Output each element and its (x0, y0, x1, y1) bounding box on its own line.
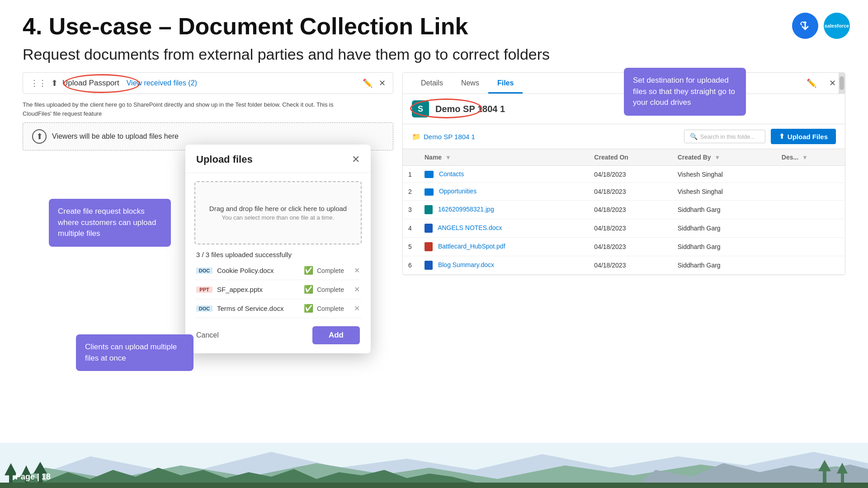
dialog-title: Upload files (196, 154, 253, 165)
file-status-text-2: Complete (317, 286, 349, 293)
logo-area: salesforce (792, 13, 850, 39)
tooltip-clients-upload: Clients can upload multiple files at onc… (76, 334, 193, 371)
tooltip-create-file-request: Create file request blocks where custome… (49, 199, 171, 247)
upload-files-label: Upload Files (788, 133, 828, 141)
file-status-icon-3: ✅ (304, 304, 313, 313)
files-toolbar: 📁 Demo SP 1804 1 🔍 Search in this folde.… (403, 124, 845, 149)
row-by-3: Siddharth Garg (672, 200, 776, 219)
file-link-5[interactable]: Battlecard_HubSpot.pdf (438, 242, 505, 249)
row-name-3: 1626209958321.jpg (419, 200, 589, 219)
row-name-1: Contacts (419, 166, 589, 183)
table-row: 1 Contacts 04/18/2023 Vishesh Singhal (403, 166, 845, 183)
col-desc[interactable]: Des... ▼ (776, 149, 845, 166)
file-remove-2[interactable]: ✕ (354, 285, 360, 294)
col-created-by[interactable]: Created By ▼ (672, 149, 776, 166)
col-created-on[interactable]: Created On (589, 149, 672, 166)
file-list: DOC Cookie Policy.docx ✅ Complete ✕ PPT … (185, 261, 371, 318)
scrollbar-thumb[interactable] (840, 76, 844, 90)
viewers-text: Viewers will be able to upload files her… (52, 132, 179, 141)
file-type-badge-3: DOC (196, 305, 212, 312)
files-count: 3 / 3 files uploaded successfully (185, 244, 371, 261)
table-row: 4 ANGELS NOTES.docx 04/18/2023 Siddharth… (403, 219, 845, 237)
row-date-5: 04/18/2023 (589, 237, 672, 256)
file-link-6[interactable]: Blog Summary.docx (438, 261, 494, 268)
folder-icon: 📁 (412, 132, 421, 141)
col-name[interactable]: Name ▼ (419, 149, 589, 166)
file-link-1[interactable]: Contacts (439, 170, 464, 178)
pdf-icon-5 (425, 242, 433, 251)
dialog-footer: Cancel Add (185, 318, 371, 353)
sp-name: Demo SP 1804 1 (435, 104, 505, 114)
upload-icon-btn: ⬆ (779, 132, 785, 141)
tooltip-destination-text: Set destination for uploaded files so th… (633, 76, 735, 107)
row-by-5: Siddharth Garg (672, 237, 776, 256)
left-panel: ⋮⋮ ⬆ Upload Passport View received files… (23, 72, 393, 465)
tab-news[interactable]: News (452, 73, 488, 94)
page-header: 4. Use-case – Document Collection Link R… (0, 0, 868, 68)
table-row: 3 1626209958321.jpg 04/18/2023 Siddharth… (403, 200, 845, 219)
close-icon[interactable]: ✕ (379, 78, 386, 88)
row-num-2: 2 (403, 183, 419, 200)
file-link-4[interactable]: ANGELS NOTES.docx (438, 224, 502, 231)
tooltip-create-text: Create file request blocks where custome… (58, 207, 156, 238)
row-num-1: 1 (403, 166, 419, 183)
breadcrumb: 📁 Demo SP 1804 1 (412, 132, 475, 141)
folder-icon-2 (425, 188, 434, 196)
file-type-badge-2: PPT (196, 286, 212, 293)
add-button[interactable]: Add (312, 326, 360, 344)
row-date-2: 04/18/2023 (589, 183, 672, 200)
view-received-link[interactable]: View received files (2) (127, 79, 197, 87)
content-area: ⋮⋮ ⬆ Upload Passport View received files… (0, 68, 868, 465)
row-desc-5 (776, 237, 845, 256)
file-link-3[interactable]: 1626209958321.jpg (438, 205, 494, 212)
toolbar-right: 🔍 Search in this folde... ⬆ Upload Files (684, 129, 836, 144)
row-date-4: 04/18/2023 (589, 219, 672, 237)
tab-details[interactable]: Details (412, 73, 452, 94)
upload-passport-bar: ⋮⋮ ⬆ Upload Passport View received files… (23, 72, 393, 94)
search-field[interactable]: 🔍 Search in this folde... (684, 130, 765, 143)
drag-icon: ⋮⋮ (30, 78, 47, 88)
row-desc-4 (776, 219, 845, 237)
upload-passport-label: Upload Passport (62, 79, 119, 88)
upload-files-button[interactable]: ⬆ Upload Files (771, 129, 836, 144)
file-remove-3[interactable]: ✕ (354, 304, 360, 313)
upload-icon: ⬆ (51, 78, 58, 88)
file-status-icon-2: ✅ (304, 285, 313, 294)
upload-circle-icon: ⬆ (32, 129, 47, 144)
row-name-4: ANGELS NOTES.docx (419, 219, 589, 237)
file-link-2[interactable]: Opportunities (439, 188, 476, 195)
close-icon-btn[interactable]: ✕ (829, 78, 836, 88)
drop-zone[interactable]: Drag and drop file here or click here to… (194, 181, 362, 244)
scrollbar-track[interactable] (839, 73, 845, 94)
row-name-2: Opportunities (419, 183, 589, 200)
tab-files[interactable]: Files (488, 73, 523, 94)
files-table: Name ▼ Created On Created By ▼ Des... ▼ … (403, 149, 845, 275)
file-name-1: Cookie Policy.docx (217, 267, 304, 274)
file-row: DOC Cookie Policy.docx ✅ Complete ✕ (194, 261, 362, 280)
svg-rect-16 (0, 483, 868, 488)
row-num-4: 4 (403, 219, 419, 237)
upload-dialog: Upload files ✕ Drag and drop file here o… (185, 145, 371, 353)
folder-icon-1 (425, 171, 434, 178)
edit-icon-btn[interactable]: ✏️ (807, 78, 816, 88)
row-desc-3 (776, 200, 845, 219)
row-by-1: Vishesh Singhal (672, 166, 776, 183)
file-name-2: SF_appex.pptx (217, 286, 304, 293)
file-row-2: PPT SF_appex.pptx ✅ Complete ✕ (194, 280, 362, 299)
table-row: 5 Battlecard_HubSpot.pdf 04/18/2023 Sidd… (403, 237, 845, 256)
page-footer: Page | 18 (0, 443, 868, 488)
row-num-3: 3 (403, 200, 419, 219)
file-status-text-1: Complete (317, 267, 349, 274)
file-remove-1[interactable]: ✕ (354, 266, 360, 275)
row-date-3: 04/18/2023 (589, 200, 672, 219)
cancel-button[interactable]: Cancel (196, 331, 219, 339)
search-placeholder: Search in this folde... (700, 133, 755, 140)
salesforce-logo: salesforce (824, 13, 850, 39)
row-by-6: Siddharth Garg (672, 256, 776, 274)
row-name-5: Battlecard_HubSpot.pdf (419, 237, 589, 256)
row-date-6: 04/18/2023 (589, 256, 672, 274)
edit-icon[interactable]: ✏️ (363, 78, 373, 88)
dialog-close-button[interactable]: ✕ (352, 154, 360, 165)
file-status-icon-1: ✅ (304, 266, 313, 275)
dialog-header: Upload files ✕ (185, 145, 371, 173)
